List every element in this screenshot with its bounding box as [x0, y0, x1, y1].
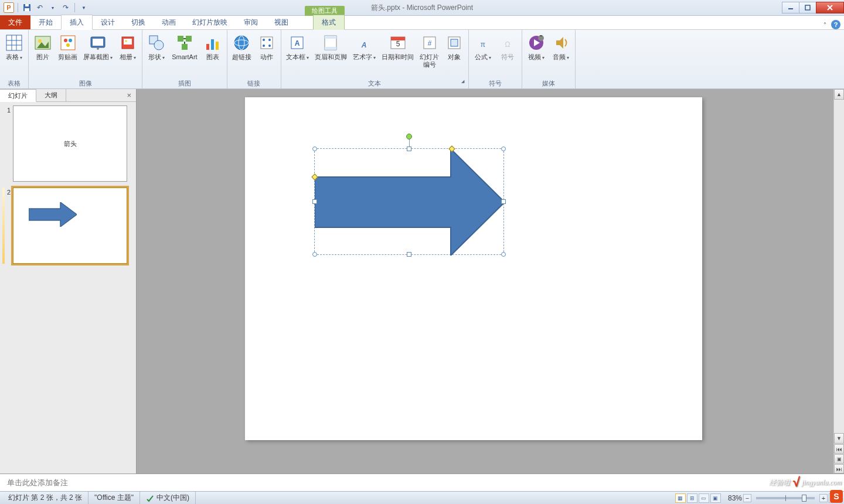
status-slide-info: 幻灯片 第 2 张，共 2 张: [2, 492, 89, 504]
prev-slide-icon[interactable]: ⏮: [834, 444, 844, 454]
arrow-shape[interactable]: [315, 149, 505, 256]
save-icon[interactable]: [22, 2, 32, 13]
tab-review[interactable]: 审阅: [236, 15, 266, 29]
ribbon-wordart-button[interactable]: A艺术字: [350, 32, 378, 63]
svg-rect-28: [206, 44, 209, 50]
group-label: 符号: [471, 78, 519, 88]
slide-thumbnail-2[interactable]: [13, 188, 127, 264]
status-theme: "Office 主题": [89, 492, 140, 504]
vertical-scrollbar[interactable]: ▲ ▼ ⏮ ▣ ⏭: [833, 89, 844, 474]
ribbon-screenshot-button[interactable]: 屏幕截图: [81, 32, 115, 63]
redo-icon[interactable]: ↷: [60, 2, 71, 13]
resize-handle-b[interactable]: [407, 252, 411, 257]
window-controls: [782, 2, 844, 13]
nav-find-icon[interactable]: ▣: [834, 454, 844, 464]
shapes-icon: [147, 33, 166, 52]
ribbon: 表格表格图片剪贴画屏幕截图相册图像形状SmartArt图表插图超链接动作链接A文…: [0, 30, 844, 89]
ribbon-clipart-button[interactable]: 剪贴画: [56, 32, 80, 62]
reading-view-icon[interactable]: ▭: [699, 493, 709, 503]
ribbon-shapes-button[interactable]: 形状: [145, 32, 168, 63]
maximize-button[interactable]: [799, 2, 816, 13]
ribbon-action-button[interactable]: 动作: [255, 32, 278, 62]
panel-close-icon[interactable]: ×: [122, 89, 136, 101]
ribbon-slidenum-button[interactable]: #幻灯片 编号: [417, 32, 441, 70]
svg-rect-27: [182, 44, 188, 50]
symbol-icon: Ω: [498, 33, 517, 52]
tab-animations[interactable]: 动画: [154, 15, 184, 29]
scroll-up-ic시n[interactable]: ▲: [834, 89, 844, 100]
ribbon-video-button[interactable]: 视频: [525, 32, 548, 63]
ribbon-chart-button[interactable]: 图表: [201, 32, 224, 62]
tab-insert[interactable]: 插入: [61, 15, 93, 30]
resize-handle-t[interactable]: [407, 147, 411, 151]
ribbon-object-button[interactable]: 对象: [443, 32, 466, 62]
shape-selection-box[interactable]: [314, 148, 504, 255]
tab-design[interactable]: 设计: [93, 15, 123, 29]
ribbon-table-button[interactable]: 表格: [2, 32, 26, 63]
ribbon-tabs: 文件 开始 插入 设计 切换 动画 幻灯片放映 审阅 视图 格式 ˄ ?: [0, 16, 844, 30]
rotation-handle[interactable]: [406, 134, 412, 139]
sorter-view-icon[interactable]: ⊞: [687, 493, 697, 503]
resize-handle-br[interactable]: [501, 252, 506, 257]
scroll-down-icon[interactable]: ▼: [834, 433, 844, 444]
undo-dropdown-icon[interactable]: ▼: [47, 2, 58, 13]
resize-handle-l[interactable]: [312, 199, 317, 204]
minimize-ribbon-icon[interactable]: ˄: [823, 22, 826, 28]
resize-handle-r[interactable]: [501, 199, 506, 204]
tab-slideshow[interactable]: 幻灯片放映: [184, 15, 236, 29]
ribbon-datetime-button[interactable]: 5日期和时间: [379, 32, 416, 62]
svg-text:#: #: [427, 39, 431, 47]
panel-tab-slides[interactable]: 幻灯片: [0, 89, 36, 102]
zoom-thumb[interactable]: [802, 495, 806, 502]
panel-tab-outline[interactable]: 大纲: [36, 89, 66, 101]
ribbon-textbox-button[interactable]: A文本框: [284, 32, 311, 63]
resize-handle-tl[interactable]: [312, 147, 317, 151]
ribbon-hyperlink-button[interactable]: 超链接: [230, 32, 254, 62]
ribbon-smartart-button[interactable]: SmartArt: [169, 32, 199, 62]
ribbon-audio-button[interactable]: 音频: [549, 32, 573, 63]
tab-transitions[interactable]: 切换: [123, 15, 154, 29]
tab-home[interactable]: 开始: [30, 15, 61, 29]
qat-customize-icon[interactable]: ▼: [79, 2, 89, 13]
slide-editor[interactable]: ▲ ▼ ⏮ ▣ ⏭: [137, 89, 844, 474]
zoom-percent[interactable]: 83%: [728, 494, 742, 502]
ime-icon[interactable]: S: [830, 490, 843, 503]
svg-rect-43: [325, 47, 336, 50]
zoom-slider[interactable]: [756, 497, 815, 499]
resize-handle-bl[interactable]: [312, 252, 317, 257]
workspace: 幻灯片 大纲 × 1 箭头 2: [0, 89, 844, 474]
slide-canvas[interactable]: [245, 97, 702, 440]
slide-thumbnail-1[interactable]: 箭头: [13, 105, 127, 182]
ribbon-symbol-button: Ω符号: [496, 32, 519, 62]
ribbon-group-媒体: 视频音频媒体: [522, 30, 576, 88]
undo-icon[interactable]: ↶: [35, 2, 45, 13]
ribbon-equation-button[interactable]: π公式: [471, 32, 495, 63]
ribbon-album-button[interactable]: 相册: [116, 32, 139, 63]
datetime-icon: 5: [389, 33, 407, 52]
help-icon[interactable]: ?: [831, 20, 840, 29]
svg-point-35: [263, 39, 265, 41]
status-language[interactable]: 中文(中国): [140, 492, 196, 504]
svg-rect-21: [124, 39, 132, 45]
close-button[interactable]: [816, 2, 844, 13]
ribbon-headerfooter-button[interactable]: 页眉和页脚: [312, 32, 349, 62]
app-icon[interactable]: P: [4, 2, 14, 13]
svg-point-31: [234, 36, 249, 50]
minimize-button[interactable]: [782, 2, 799, 13]
slideshow-view-icon[interactable]: ▣: [710, 493, 721, 503]
resize-handle-tr[interactable]: [501, 147, 506, 151]
zoom-out-button[interactable]: −: [743, 494, 751, 502]
next-slide-icon[interactable]: ⏭: [834, 464, 844, 474]
ribbon-picture-button[interactable]: 图片: [31, 32, 55, 62]
tab-format[interactable]: 格式: [313, 15, 345, 30]
normal-view-icon[interactable]: ▦: [675, 493, 686, 503]
notes-pane[interactable]: 单击此处添加备注: [0, 474, 844, 491]
svg-rect-5: [6, 35, 22, 50]
group-label: 媒体: [525, 78, 573, 88]
tab-view[interactable]: 视图: [266, 15, 297, 29]
svg-rect-57: [540, 35, 542, 36]
group-label[interactable]: 文本: [284, 78, 466, 88]
tab-file[interactable]: 文件: [0, 15, 30, 29]
zoom-in-button[interactable]: +: [819, 494, 828, 502]
svg-point-37: [263, 45, 265, 47]
